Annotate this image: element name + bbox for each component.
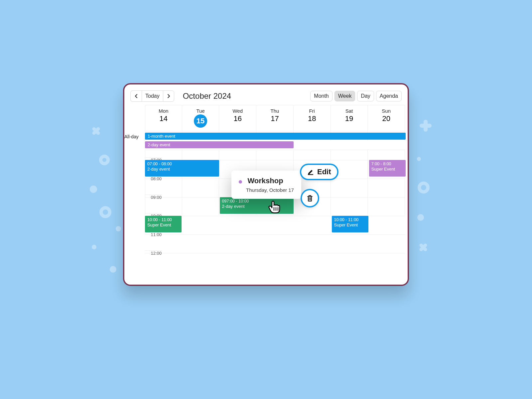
deco-dot [90, 186, 97, 193]
trash-icon [306, 194, 314, 202]
dow-label: Thu [256, 108, 293, 114]
deco-x [419, 243, 428, 252]
event-time: 07:00 - 08:00 [147, 162, 217, 166]
deco-ring [99, 206, 111, 218]
calendar-event[interactable]: 10:00 - 11:00Super Event [332, 216, 368, 232]
nav-group: Today [130, 90, 174, 102]
event-time: 7:00 - 8:00 [371, 162, 403, 166]
day-col-wed[interactable]: Wed 16 [219, 105, 256, 131]
day-number: 17 [256, 114, 293, 123]
day-col-sun[interactable]: Sun 20 [368, 105, 405, 131]
event-time: 10:00 - 11:00 [334, 217, 366, 222]
event-title: 2-day event [147, 167, 217, 172]
popover-subtitle: Thursday, October 17 [246, 187, 294, 193]
deco-ring [99, 155, 110, 165]
dow-label: Wed [219, 108, 256, 114]
deco-plus [420, 120, 432, 132]
dow-label: Fri [294, 108, 331, 114]
calendar-event[interactable]: 07:00 - 08:002-day event [145, 160, 219, 177]
day-number: 16 [219, 114, 256, 123]
day-col-fri[interactable]: Fri 18 [294, 105, 331, 131]
event-title: Super Event [334, 222, 366, 227]
deco-dot [417, 214, 424, 221]
view-agenda-button[interactable]: Agenda [376, 91, 402, 101]
view-week-button[interactable]: Week [334, 91, 355, 101]
popover-title: Workshop [247, 177, 283, 185]
dow-label: Sat [331, 108, 368, 114]
view-switcher: Month Week Day Agenda [310, 91, 402, 101]
chevron-right-icon [167, 94, 170, 98]
day-number: 15 [194, 114, 207, 128]
event-title: Super Event [371, 167, 403, 172]
event-title: Super Event [147, 222, 179, 227]
deco-dot [116, 226, 121, 231]
toolbar-left: Today October 2024 [130, 90, 231, 102]
cursor-pointer-icon [266, 199, 282, 216]
dow-label: Tue [182, 108, 219, 114]
allday-event[interactable]: 1-month event [145, 133, 406, 140]
deco-dot [417, 157, 421, 161]
calendar-card: Today October 2024 Month Week Day Agenda… [123, 83, 409, 286]
view-day-button[interactable]: Day [357, 91, 374, 101]
day-col-thu[interactable]: Thu 17 [256, 105, 294, 131]
next-button[interactable] [163, 90, 174, 102]
dow-label: Mon [145, 108, 182, 114]
day-number: 20 [368, 114, 405, 123]
calendar-event[interactable]: 7:00 - 8:00Super Event [369, 160, 406, 177]
deco-x [91, 126, 101, 136]
toolbar: Today October 2024 Month Week Day Agenda [124, 84, 408, 105]
allday-event[interactable]: 2-day event [145, 141, 294, 148]
delete-button[interactable] [301, 189, 319, 207]
edit-button[interactable]: Edit [300, 164, 338, 180]
deco-dot [92, 245, 96, 249]
event-time: 10:00 - 11:00 [147, 217, 179, 222]
calendar-event[interactable]: 097:00 - 10:002-day event [220, 197, 294, 214]
day-number: 19 [331, 114, 368, 123]
chevron-left-icon [135, 94, 138, 98]
day-number: 18 [294, 114, 331, 123]
edit-icon [307, 169, 314, 175]
today-button[interactable]: Today [142, 90, 163, 102]
calendar-event[interactable]: 10:00 - 11:00Super Event [145, 216, 182, 232]
dow-label: Sun [368, 108, 405, 114]
day-number: 14 [145, 114, 182, 123]
view-month-button[interactable]: Month [310, 91, 332, 101]
allday-label: All-day [124, 131, 145, 139]
day-col-sat[interactable]: Sat 19 [331, 105, 368, 131]
day-header: Mon 14 Tue 15 Wed 16 Thu 17 Fri 18 Sat 1… [145, 105, 405, 131]
day-col-tue[interactable]: Tue 15 [182, 105, 219, 131]
event-color-dot [239, 180, 242, 184]
day-col-mon[interactable]: Mon 14 [145, 105, 182, 131]
event-popover: Workshop Thursday, October 17 [231, 171, 301, 199]
prev-button[interactable] [130, 90, 142, 102]
edit-button-label: Edit [317, 168, 331, 176]
calendar-grid: Mon 14 Tue 15 Wed 16 Thu 17 Fri 18 Sat 1… [124, 105, 408, 280]
deco-dot [110, 266, 116, 273]
deco-ring [418, 182, 430, 194]
allday-section: All-day 1-month event2-day event [145, 131, 405, 150]
calendar-title: October 2024 [183, 91, 231, 101]
